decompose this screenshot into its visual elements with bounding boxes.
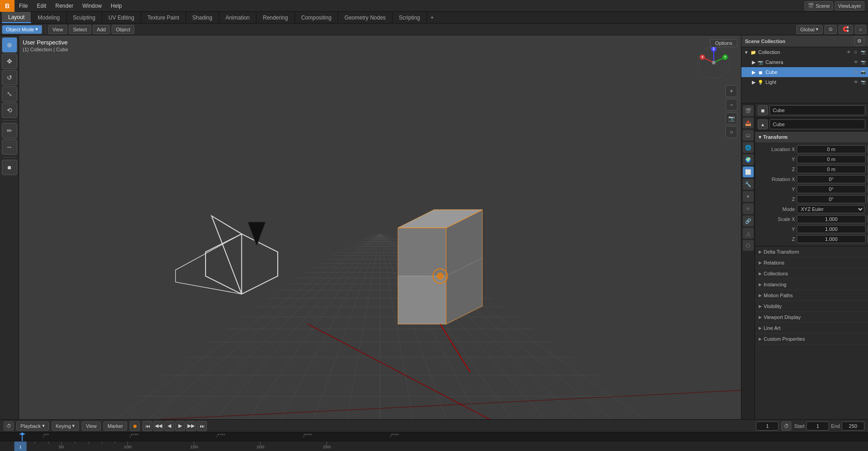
motion-paths-header[interactable]: ▶ Motion Paths (755, 290, 868, 301)
play-btn[interactable]: ▶ (175, 421, 185, 431)
tool-measure[interactable]: ↔ (2, 139, 17, 155)
snap-toggle[interactable]: 🧲 (839, 25, 853, 34)
delta-transform-header[interactable]: ▶ Delta Transform (755, 246, 868, 257)
tab-rendering[interactable]: Rendering (256, 12, 294, 23)
viewport-camera-view[interactable]: 📷 (726, 113, 737, 124)
timeline-track[interactable]: 50 100 150 200 250 (0, 432, 868, 441)
prop-tab-world[interactable]: 🌍 (743, 154, 754, 165)
pivot-point[interactable]: ⊙ (824, 25, 837, 34)
rotation-z-input[interactable] (797, 195, 866, 203)
prop-tab-constraints[interactable]: 🔗 (743, 216, 754, 226)
tool-transform[interactable]: ⟲ (2, 103, 17, 118)
light-render-icon[interactable]: 📷 (860, 79, 866, 85)
prop-tab-material[interactable]: ⬡ (743, 240, 754, 251)
tool-scale[interactable]: ⤡ (2, 86, 17, 102)
outliner-item-scene-collection[interactable]: ▾ 📁 Collection 👁 ⊙ 📷 (741, 47, 868, 57)
prop-tab-scene[interactable]: 🌐 (743, 142, 754, 153)
tool-cursor[interactable]: ⊕ (2, 37, 17, 53)
tab-sculpting[interactable]: Sculpting (67, 12, 102, 23)
transform-global[interactable]: Global ▾ (796, 25, 823, 34)
tab-scripting[interactable]: Scripting (392, 12, 427, 23)
location-y-input[interactable] (797, 155, 866, 163)
collections-header[interactable]: ▶ Collections (755, 268, 868, 279)
prop-tab-physics[interactable]: ⚛ (743, 203, 754, 214)
jump-start-btn[interactable]: ⏮ (142, 421, 152, 431)
vis-render-icon[interactable]: 📷 (860, 49, 866, 55)
menu-file[interactable]: File (15, 0, 32, 11)
jump-end-btn[interactable]: ⏭ (197, 421, 207, 431)
viewport-3d[interactable]: User Perspective (1) Collection | Cube Z… (19, 35, 741, 419)
light-eye-icon[interactable]: 👁 (853, 79, 859, 85)
vis-eye-icon[interactable]: 👁 (845, 49, 852, 55)
prop-tab-view-layer[interactable]: 🗂 (743, 130, 754, 141)
marker-menu[interactable]: Marker (103, 422, 127, 431)
outliner-item-cube[interactable]: ▶ ◼ Cube 👁 📷 (741, 67, 868, 77)
tool-move[interactable]: ✥ (2, 54, 17, 69)
cam-render-icon[interactable]: 📷 (860, 59, 866, 65)
viewport-render-mode[interactable]: ○ (726, 126, 737, 138)
visibility-header[interactable]: ▶ Visibility (755, 301, 868, 312)
rotation-x-input[interactable] (797, 175, 866, 183)
tool-annotate[interactable]: ✏ (2, 123, 17, 138)
start-frame-input[interactable] (806, 422, 829, 431)
add-workspace-tab[interactable]: + (427, 15, 437, 21)
viewport-options-button[interactable]: Options (710, 39, 737, 47)
viewport-zoom-in[interactable]: + (726, 85, 737, 97)
outliner-filter-btn[interactable]: ⚙ (854, 37, 864, 46)
tab-uv-editing[interactable]: UV Editing (102, 12, 141, 23)
record-btn[interactable]: ⏺ (130, 421, 140, 431)
mesh-name-input[interactable] (770, 119, 865, 129)
frame-rate-icon[interactable]: ⏱ (781, 422, 791, 431)
menu-help[interactable]: Help (106, 0, 127, 11)
cube-eye-icon[interactable]: 👁 (853, 69, 859, 75)
outliner-item-light[interactable]: ▶ 💡 Light 👁 📷 (741, 77, 868, 87)
prop-tab-particles[interactable]: ✦ (743, 191, 754, 202)
prop-tab-output[interactable]: 📤 (743, 118, 754, 128)
instancing-header[interactable]: ▶ Instancing (755, 279, 868, 290)
scale-x-input[interactable] (797, 215, 866, 223)
end-frame-input[interactable] (842, 422, 864, 431)
tab-layout[interactable]: Layout (2, 12, 31, 23)
prop-tab-render[interactable]: 🎬 (743, 105, 754, 116)
proportional-edit[interactable]: ○ (855, 25, 866, 34)
object-name-input[interactable] (770, 105, 865, 115)
custom-properties-header[interactable]: ▶ Custom Properties (755, 333, 868, 344)
tool-add-cube[interactable]: ■ (2, 160, 17, 175)
prev-keyframe-btn[interactable]: ◀◀ (153, 421, 163, 431)
relations-header[interactable]: ▶ Relations (755, 257, 868, 268)
playback-menu[interactable]: Playback ▾ (16, 422, 49, 431)
select-menu[interactable]: Select (69, 25, 91, 34)
mode-selector[interactable]: Object Mode ▾ (2, 25, 42, 34)
prop-tab-modifier[interactable]: 🔧 (743, 179, 754, 190)
transform-section-header[interactable]: ▾ Transform (755, 132, 868, 142)
cam-eye-icon[interactable]: 👁 (853, 59, 859, 65)
location-z-input[interactable] (797, 165, 866, 173)
view-menu[interactable]: View (48, 25, 67, 34)
add-menu[interactable]: Add (93, 25, 110, 34)
vis-select-icon[interactable]: ⊙ (853, 49, 859, 55)
view-layer-selector[interactable]: ViewLayer (835, 1, 864, 10)
object-menu[interactable]: Object (112, 25, 134, 34)
rotation-y-input[interactable] (797, 185, 866, 193)
timeline-editor-icon[interactable]: ⏱ (4, 422, 14, 431)
menu-edit[interactable]: Edit (32, 0, 51, 11)
next-frame-btn[interactable]: ▶▶ (186, 421, 196, 431)
current-frame-input[interactable] (756, 422, 779, 431)
location-x-input[interactable] (797, 145, 866, 153)
tab-modeling[interactable]: Modeling (31, 12, 67, 23)
tab-geometry-nodes[interactable]: Geometry Nodes (338, 12, 392, 23)
tab-texture-paint[interactable]: Texture Paint (141, 12, 186, 23)
viewport-zoom-out[interactable]: − (726, 99, 737, 111)
rotation-mode-select[interactable]: XYZ Euler XZY Euler YXZ Euler Quaternion (797, 205, 864, 213)
prop-tab-data[interactable]: △ (743, 228, 754, 239)
tool-rotate[interactable]: ↺ (2, 70, 17, 85)
tab-animation[interactable]: Animation (219, 12, 256, 23)
timeline-view-menu[interactable]: View (82, 422, 101, 431)
scale-z-input[interactable] (797, 235, 866, 243)
viewport-display-header[interactable]: ▶ Viewport Display (755, 312, 868, 323)
keying-menu[interactable]: Keying ▾ (52, 422, 79, 431)
tab-shading[interactable]: Shading (186, 12, 219, 23)
menu-window[interactable]: Window (78, 0, 106, 11)
nav-gizmo[interactable]: Z Y X (696, 44, 732, 81)
prev-frame-btn[interactable]: ◀ (164, 421, 174, 431)
